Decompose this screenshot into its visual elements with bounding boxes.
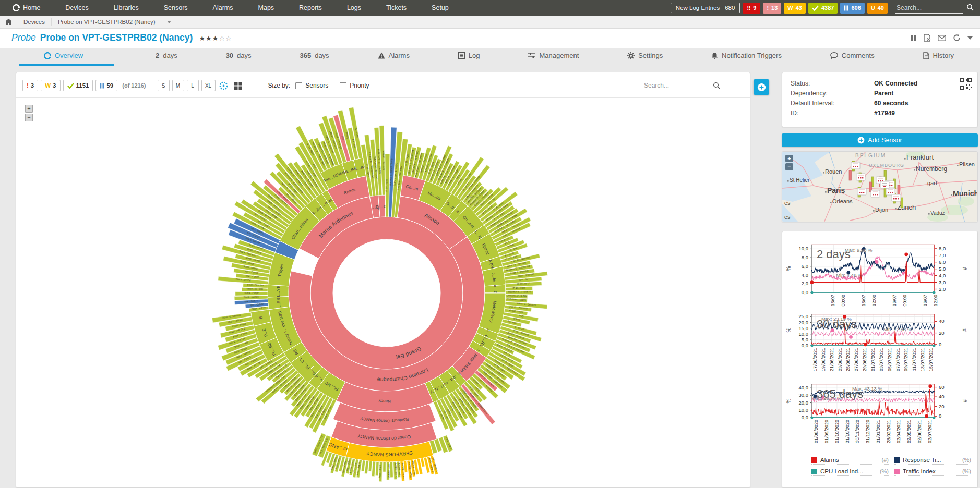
size-button-m[interactable]: M: [172, 80, 184, 91]
tab-log[interactable]: Log: [451, 49, 487, 66]
sensor-count-box[interactable]: 1151: [63, 80, 93, 91]
qr-code-icon[interactable]: [960, 78, 972, 92]
graph-30-days[interactable]: 25,020,015,010,05,00,040200%#17/06/20211…: [782, 311, 977, 379]
tab-30-days[interactable]: 30 days: [219, 49, 259, 66]
tab-management[interactable]: Management: [521, 49, 586, 66]
geo-map[interactable]: St HelierRouenParisOrleansDijonZurichFra…: [782, 151, 978, 222]
nav-item-tickets[interactable]: Tickets: [374, 0, 419, 16]
breadcrumb-item-probe[interactable]: Probe on VPT-GESTPRB02 (Nancy): [52, 18, 162, 26]
size-button-l[interactable]: L: [187, 80, 199, 91]
size-button-s[interactable]: S: [158, 80, 170, 91]
breadcrumb-item-devices[interactable]: Devices: [17, 18, 52, 26]
map-device-marker[interactable]: [886, 188, 895, 195]
map-label: Pilsen: [959, 161, 975, 167]
checkbox-priority[interactable]: Priority: [340, 82, 369, 89]
svg-text:30/11/2020: 30/11/2020: [855, 420, 860, 443]
tab-comments[interactable]: Comments: [823, 49, 882, 66]
search-icon[interactable]: [713, 82, 720, 89]
tab-365-days[interactable]: 365 days: [292, 49, 336, 66]
sunburst-label: CL...IMS: [16, 100, 366, 172]
graph-365-days[interactable]: 40,030,020,010,00,06040200%#01/08/202001…: [782, 381, 977, 451]
search-icon[interactable]: [966, 4, 974, 11]
svg-text:12:00: 12:00: [871, 295, 877, 307]
badge-down[interactable]: ‼9: [743, 3, 760, 14]
legend-item-response-ti-[interactable]: Response Ti...(%): [894, 457, 971, 465]
sunburst-view-icon[interactable]: [218, 80, 230, 91]
nav-item-logs[interactable]: Logs: [334, 0, 374, 16]
badge-unusual[interactable]: U40: [867, 3, 888, 14]
badge-up[interactable]: 4387: [808, 3, 838, 14]
checkbox-sensors[interactable]: Sensors: [295, 82, 328, 89]
sensor-count-box[interactable]: W3: [41, 80, 60, 91]
nav-item-setup[interactable]: Setup: [419, 0, 461, 16]
count-icon: [67, 83, 74, 89]
status-badges: ‼9!13W434387606U40: [743, 3, 888, 14]
add-object-button[interactable]: [754, 79, 769, 95]
nav-item-devices[interactable]: Devices: [53, 0, 101, 16]
pause-icon[interactable]: [911, 34, 917, 42]
status-row: Dependency:Parent: [782, 89, 977, 99]
email-icon[interactable]: [938, 35, 946, 41]
nav-item-maps[interactable]: Maps: [246, 0, 287, 16]
sunburst-sensor-leaf[interactable]: [361, 460, 365, 471]
legend-item-alarms[interactable]: Alarms(#): [811, 457, 889, 465]
nav-item-alarms[interactable]: Alarms: [200, 0, 246, 16]
svg-text:16/07: 16/07: [923, 295, 928, 307]
map-device-marker[interactable]: [892, 194, 901, 201]
nav-item-reports[interactable]: Reports: [286, 0, 334, 16]
gear-icon: [627, 52, 635, 59]
more-caret-icon[interactable]: [967, 36, 973, 40]
breadcrumb-caret-icon[interactable]: [167, 21, 171, 23]
map-device-marker[interactable]: [880, 181, 889, 188]
svg-text:4,0: 4,0: [939, 273, 946, 278]
tab-overview[interactable]: Overview: [19, 49, 114, 66]
priority-stars[interactable]: ★★★☆☆: [199, 34, 232, 42]
tab-notification-triggers[interactable]: Notification Triggers: [704, 49, 789, 66]
tab-settings[interactable]: Settings: [620, 49, 670, 66]
map-device-marker[interactable]: [857, 188, 866, 195]
refresh-icon[interactable]: [953, 34, 961, 42]
tab-2-days[interactable]: 2 days: [148, 49, 185, 66]
svg-text:25/06/2021: 25/06/2021: [845, 348, 851, 371]
tab-history[interactable]: History: [916, 49, 961, 66]
add-sensor-button[interactable]: Add Sensor: [782, 133, 978, 147]
map-device-marker[interactable]: [851, 162, 860, 169]
home-icon[interactable]: [0, 19, 17, 25]
map-zoom-in-button[interactable]: +: [785, 155, 793, 162]
sunburst-sensor-leaf[interactable]: [375, 461, 379, 475]
sunburst-sensor-leaf[interactable]: [383, 462, 386, 472]
device-name: Probe on VPT-GESTPRB02 (Nancy): [40, 32, 193, 43]
sensor-search-input[interactable]: [643, 81, 711, 91]
report-icon[interactable]: [924, 34, 931, 42]
nav-item-home[interactable]: Home: [0, 0, 53, 16]
sunburst-sensor-leaf[interactable]: [368, 461, 372, 471]
global-search-input[interactable]: [895, 3, 963, 14]
sensor-count-box[interactable]: !3: [22, 80, 38, 91]
history-icon: [923, 52, 929, 59]
badge-paused[interactable]: 606: [840, 3, 864, 14]
sensor-count-box[interactable]: 59: [95, 80, 117, 91]
size-button-xl[interactable]: XL: [201, 80, 216, 91]
svg-text:01/07/2021: 01/07/2021: [870, 348, 876, 371]
graph-2-days[interactable]: 10,08,06,04,02,00,08,07,06,05,04,03,02,0…: [782, 239, 977, 309]
nav-item-libraries[interactable]: Libraries: [101, 0, 151, 16]
sunburst-sensor-leaf[interactable]: [372, 461, 375, 477]
tab-alarms[interactable]: Alarms: [371, 49, 417, 66]
map-device-marker[interactable]: [871, 190, 880, 197]
sunburst-sensor-leaf[interactable]: [365, 461, 369, 474]
sunburst-chart[interactable]: Grand EstAlsaceLorraine ChampagneMarne A…: [16, 100, 751, 487]
new-log-entries-button[interactable]: New Log Entries 680: [671, 3, 740, 13]
nav-item-sensors[interactable]: Sensors: [151, 0, 200, 16]
svg-text:3,0: 3,0: [939, 279, 946, 285]
badge-down-ack[interactable]: !13: [763, 3, 781, 14]
svg-text:05/07/2021: 05/07/2021: [887, 348, 892, 371]
map-device-marker[interactable]: [856, 174, 865, 180]
map-zoom-out-button[interactable]: −: [785, 163, 793, 170]
top-navigation-bar: HomeDevicesLibrariesSensorsAlarmsMapsRep…: [0, 0, 980, 16]
prtg-logo-icon: [13, 4, 20, 11]
badge-warning[interactable]: W43: [784, 3, 806, 14]
legend-item-cpu-load-ind-[interactable]: CPU Load Ind...(%): [811, 468, 889, 476]
grid-view-icon[interactable]: [233, 80, 244, 91]
legend-item-traffic-index[interactable]: Traffic Index(%): [894, 468, 971, 476]
status-row: Status:OK Connected: [782, 79, 977, 89]
